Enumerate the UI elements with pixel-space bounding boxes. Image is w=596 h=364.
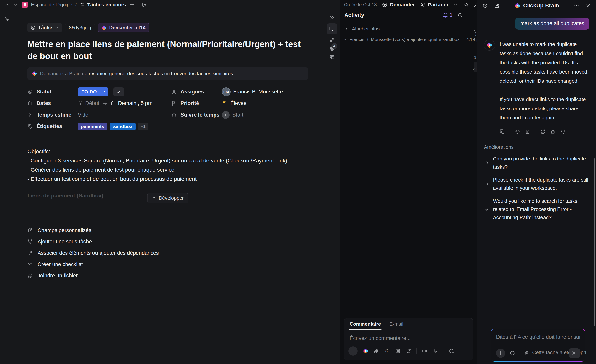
record-video-icon[interactable] — [422, 348, 427, 354]
brain-suggestion-banner: Demandez à Brain de résumer, générer des… — [27, 67, 308, 80]
assignee-value[interactable]: FM Francis B. Morissette — [222, 87, 283, 96]
open-in-new-icon[interactable] — [141, 2, 147, 8]
brain-panel: ClickUp Brain mark as done all duplicate… — [477, 0, 596, 364]
brain-more-icon[interactable] — [574, 3, 579, 9]
link-dependencies-action[interactable]: Associer des éléments ou ajouter des dép… — [27, 247, 340, 259]
caret-right-icon — [103, 90, 106, 93]
play-icon[interactable] — [222, 111, 230, 119]
expand-description-button[interactable]: Développer — [148, 193, 188, 203]
due-date-value: Demain , 5 pm — [118, 100, 153, 106]
custom-fields-action[interactable]: Champs personnalisés — [27, 225, 340, 236]
task-type-button[interactable]: Tâche — [27, 23, 62, 32]
task-title[interactable]: Mettre en place liens de paiement (Norma… — [27, 38, 307, 62]
tab-comment[interactable]: Commentaire — [350, 319, 381, 330]
assignee-avatar[interactable]: FM — [222, 87, 231, 96]
task-description[interactable]: Objectifs: - Configurer 3 services Squar… — [27, 147, 308, 184]
attach-file-action[interactable]: Joindre un fichier — [27, 270, 340, 281]
next-status-button[interactable] — [101, 87, 108, 96]
add-subtask-action[interactable]: Ajouter une sous-tâche — [27, 236, 340, 247]
suggestion-item[interactable]: Can you provide the links to the duplica… — [484, 155, 589, 171]
emoji-icon[interactable] — [406, 348, 411, 354]
composer-tabs: Commentaire E-mail — [344, 319, 473, 330]
ai-message: I was unable to mark the duplicate tasks… — [484, 40, 589, 122]
brain-close-icon[interactable] — [585, 3, 591, 9]
web-search-globe-icon[interactable] — [510, 350, 515, 356]
search-icon[interactable] — [457, 12, 463, 18]
tab-email[interactable]: E-mail — [389, 319, 403, 330]
copy-icon[interactable] — [499, 129, 505, 134]
ask-button[interactable]: Demander — [382, 2, 415, 8]
tag-chip[interactable]: sandbox — [110, 123, 136, 130]
regenerate-icon[interactable] — [540, 129, 545, 134]
priority-label: Priorité — [180, 100, 199, 106]
globe-rail-button[interactable]: 4 — [329, 46, 335, 52]
track-label-group: Suivre le temps — [171, 112, 222, 118]
suggestion-item[interactable]: Would you like me to search for tasks re… — [484, 197, 589, 222]
relations-rail-icon[interactable] — [329, 37, 335, 43]
brain-scrollbar-thumb[interactable] — [594, 158, 596, 327]
create-doc-icon[interactable] — [525, 129, 530, 134]
create-checklist-action[interactable]: Créer une checklist — [27, 259, 340, 270]
more-options-icon[interactable] — [464, 348, 470, 354]
share-button[interactable]: Partager — [420, 2, 448, 8]
tags-more-badge[interactable]: +1 — [138, 123, 148, 130]
more-menu-icon[interactable] — [454, 2, 459, 7]
priority-value-group[interactable]: Élevée — [222, 100, 246, 106]
suggestion-text: Can you provide the links to the duplica… — [493, 155, 589, 171]
paperclip-icon[interactable] — [373, 348, 379, 354]
task-id-chip[interactable]: 86dy3gcjg — [65, 23, 95, 32]
person-card-icon[interactable] — [395, 348, 401, 354]
section-divider — [27, 139, 308, 139]
assignees-label: Assignés — [180, 89, 204, 95]
create-task-icon[interactable] — [515, 129, 520, 134]
add-context-button[interactable] — [496, 349, 505, 358]
relationships-icon[interactable] — [4, 16, 10, 23]
new-chat-icon[interactable] — [494, 3, 499, 9]
favorite-star-icon[interactable] — [464, 2, 469, 7]
due-date-button[interactable]: Demain , 5 pm — [111, 100, 153, 106]
next-task-chevron-icon[interactable] — [13, 2, 19, 8]
complete-task-button[interactable] — [113, 87, 124, 96]
filter-icon[interactable] — [467, 12, 473, 18]
thumbs-down-icon[interactable] — [561, 129, 566, 134]
breadcrumb-list[interactable]: Tâches en cours — [80, 2, 126, 8]
tag-chip[interactable]: paiements — [78, 123, 107, 130]
create-task-icon[interactable] — [448, 348, 454, 354]
ask-ai-button[interactable]: Demander à l'IA — [98, 23, 149, 32]
start-date-button[interactable]: Début — [78, 100, 99, 106]
status-button[interactable]: TO DO — [78, 87, 108, 96]
field-status: Statut TO DO — [27, 86, 171, 97]
suggestion-item[interactable]: Please check if the duplicate tasks are … — [484, 176, 589, 192]
tag-icon — [27, 124, 33, 129]
mention-at-icon[interactable]: @ — [384, 348, 390, 354]
notifications-button[interactable]: 1 — [443, 12, 453, 18]
space-badge[interactable]: E — [22, 2, 28, 8]
track-value-group[interactable]: Start — [222, 111, 243, 119]
apps-rail-icon[interactable] — [329, 54, 335, 60]
ai-flower-icon[interactable] — [363, 348, 368, 354]
add-task-icon[interactable] — [129, 2, 135, 8]
thumbs-up-icon[interactable] — [551, 129, 556, 134]
brain-prompt-input[interactable] — [496, 334, 580, 340]
banner-subtasks-link[interactable]: générer des sous-tâches — [109, 71, 163, 76]
record-audio-icon[interactable] — [432, 348, 438, 354]
comment-input[interactable] — [344, 330, 473, 342]
quick-actions: Champs personnalisés Ajouter une sous-tâ… — [27, 225, 340, 281]
comments-rail-button[interactable] — [327, 23, 337, 34]
history-icon[interactable] — [482, 3, 488, 9]
context-chip[interactable]: Cette tâche a été suppri… — [524, 349, 554, 357]
ai-message-toolbar — [499, 129, 589, 134]
show-more-button[interactable]: Afficher plus — [344, 24, 473, 33]
collapse-panel-icon[interactable] — [329, 15, 335, 21]
banner-similar-link[interactable]: trouver des tâches similaires — [171, 71, 233, 76]
ai-avatar — [484, 40, 495, 51]
prev-task-chevron-icon[interactable] — [4, 2, 10, 8]
estimate-value[interactable]: Vide — [78, 112, 88, 118]
banner-summarize-link[interactable]: résumer — [89, 71, 106, 76]
breadcrumb-space[interactable]: Espace de l'équipe — [31, 2, 72, 8]
brain-send-button[interactable] — [569, 348, 580, 358]
tags-label-group: Étiquettes — [27, 123, 78, 129]
context-chevron-icon[interactable] — [559, 350, 564, 356]
brain-header: ClickUp Brain — [477, 0, 596, 11]
add-attachment-button[interactable] — [349, 346, 358, 356]
